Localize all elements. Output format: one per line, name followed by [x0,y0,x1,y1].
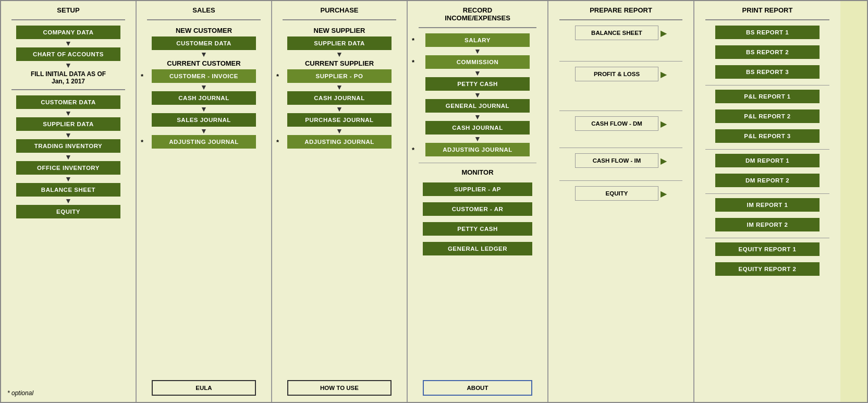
star-7: * [412,146,414,154]
equity-arrow-icon[interactable]: ▶ [661,189,667,199]
bs-report-2-button[interactable]: BS REPORT 2 [715,45,820,59]
equity-report-1-button[interactable]: EQUITY REPORT 1 [715,242,820,256]
supplier-po-button[interactable]: SUPPLIER - PO [287,69,392,83]
arrow-r2: ▼ [474,70,481,76]
setup-balance-sheet-button[interactable]: BALANCE SHEET [16,183,120,197]
setup-supplier-data-button[interactable]: SUPPLIER DATA [16,117,120,131]
cash-flow-im-arrow-icon[interactable]: ▶ [661,156,667,166]
pl-report-2-button[interactable]: P&L REPORT 2 [715,109,820,123]
arrow-5: ▼ [65,154,72,160]
sales-adjusting-row: * ADJUSTING JOURNAL [141,134,267,150]
prepare-divider4 [559,148,682,148]
star-5: * [412,36,414,44]
eula-button[interactable]: EULA [152,380,256,396]
sales-adjusting-journal-button[interactable]: ADJUSTING JOURNAL [152,135,256,149]
purchase-column: PURCHASE NEW SUPPLIER SUPPLIER DATA ▼ CU… [272,1,408,402]
general-journal-button[interactable]: GENERAL JOURNAL [425,99,530,113]
customer-data-button[interactable]: CUSTOMER DATA [152,36,256,50]
supplier-data-button[interactable]: SUPPLIER DATA [287,36,392,50]
star-1: * [141,72,143,80]
profit-loss-arrow-icon[interactable]: ▶ [661,69,667,79]
current-supplier-label: CURRENT SUPPLIER [305,59,374,67]
sales-divider [147,19,261,20]
prepare-divider3 [559,111,682,111]
cash-flow-dm-arrow-icon[interactable]: ▶ [661,119,667,129]
balance-sheet-prepare-row: BALANCE SHEET ▶ [575,26,667,40]
dm-report-1-button[interactable]: DM REPORT 1 [715,154,820,167]
purchase-cash-journal-button[interactable]: CASH JOURNAL [287,91,392,105]
setup-column: SETUP COMPANY DATA ▼ CHART OF ACCOUNTS ▼… [1,1,137,402]
new-supplier-label: NEW SUPPLIER [314,27,365,34]
trading-inventory-button[interactable]: TRADING INVENTORY [16,139,120,153]
customer-ar-button[interactable]: CUSTOMER - AR [423,202,532,216]
arrow-s3: ▼ [200,106,207,112]
chart-of-accounts-button[interactable]: CHART OF ACCOUNTS [16,47,120,61]
petty-cash-button[interactable]: PETTY CASH [425,77,530,91]
purchase-adjusting-journal-button[interactable]: ADJUSTING JOURNAL [287,135,392,149]
equity-report-2-button[interactable]: EQUITY REPORT 2 [715,262,820,276]
supplier-ap-button[interactable]: SUPPLIER - AP [423,182,532,196]
purchase-divider [283,19,396,20]
setup-customer-data-button[interactable]: CUSTOMER DATA [16,95,120,109]
arrow-1: ▼ [65,41,72,46]
print-divider [705,19,829,20]
arrow-s2: ▼ [200,84,207,90]
setup-equity-button[interactable]: EQUITY [16,205,120,218]
customer-invoice-row: * CUSTOMER - INVOICE [141,68,267,84]
arrow-s1: ▼ [200,52,207,57]
star-3: * [276,72,279,80]
general-ledger-button[interactable]: GENERAL LEDGER [423,242,532,255]
sales-header: SALES [192,6,215,14]
profit-loss-prepare-button[interactable]: PROFIT & LOSS [575,67,658,81]
prepare-divider5 [559,180,682,181]
record-adjusting-journal-button[interactable]: ADJUSTING JOURNAL [425,143,530,156]
star-6: * [412,58,414,66]
company-data-button[interactable]: COMPANY DATA [16,26,120,39]
cash-flow-dm-prepare-row: CASH FLOW - DM ▶ [575,116,667,131]
office-inventory-button[interactable]: OFFICE INVENTORY [16,161,120,175]
monitor-label: MONITOR [461,168,493,176]
arrow-s4: ▼ [200,128,207,133]
arrow-6: ▼ [65,176,72,181]
star-2: * [141,138,143,146]
about-button[interactable]: ABOUT [423,380,532,396]
pl-report-1-button[interactable]: P&L REPORT 1 [715,90,820,103]
new-customer-label: NEW CUSTOMER [176,27,232,34]
prepare-header: PREPARE REPORT [590,6,652,14]
arrow-2: ▼ [65,63,72,68]
how-to-use-button[interactable]: HOW TO USE [287,380,392,396]
pl-report-3-button[interactable]: P&L REPORT 3 [715,129,820,143]
salary-button[interactable]: SALARY [425,33,530,47]
im-report-1-button[interactable]: IM REPORT 1 [715,198,820,212]
prepare-divider2 [559,61,682,62]
setup-header: SETUP [57,6,79,14]
monitor-petty-cash-button[interactable]: PETTY CASH [423,222,532,236]
bs-report-1-button[interactable]: BS REPORT 1 [715,26,820,39]
cash-flow-im-prepare-button[interactable]: CASH FLOW - IM [575,153,658,168]
purchase-journal-button[interactable]: PURCHASE JOURNAL [287,113,392,127]
balance-sheet-prepare-button[interactable]: BALANCE SHEET [575,26,658,40]
prepare-column: PREPARE REPORT BALANCE SHEET ▶ PROFIT & … [548,1,694,402]
equity-prepare-row: EQUITY ▶ [575,186,667,201]
customer-invoice-button[interactable]: CUSTOMER - INVOICE [152,69,256,83]
im-report-2-button[interactable]: IM REPORT 2 [715,218,820,231]
commission-button[interactable]: COMMISSION [425,55,530,69]
sales-cash-journal-button[interactable]: CASH JOURNAL [152,91,256,105]
cash-flow-dm-prepare-button[interactable]: CASH FLOW - DM [575,116,658,131]
equity-prepare-button[interactable]: EQUITY [575,186,658,201]
current-customer-label: CURRENT CUSTOMER [167,59,240,67]
record-column: RECORDINCOME/EXPENSES * SALARY ▼ * COMMI… [408,1,548,402]
record-cash-journal-button[interactable]: CASH JOURNAL [425,121,530,135]
dm-report-2-button[interactable]: DM REPORT 2 [715,174,820,187]
print-divider3 [705,149,829,150]
supplier-po-row: * SUPPLIER - PO [276,68,402,84]
sales-journal-button[interactable]: SALES JOURNAL [152,113,256,127]
bs-report-3-button[interactable]: BS REPORT 3 [715,65,820,79]
print-header: PRINT REPORT [742,6,793,14]
fill-initial-label: FILL INITIAL DATA AS OFJan, 1 2017 [31,70,106,85]
print-divider5 [705,238,829,238]
arrow-r5: ▼ [474,136,481,141]
arrow-p4: ▼ [336,128,343,133]
record-header: RECORDINCOME/EXPENSES [445,6,510,22]
balance-sheet-arrow-icon[interactable]: ▶ [661,28,667,38]
